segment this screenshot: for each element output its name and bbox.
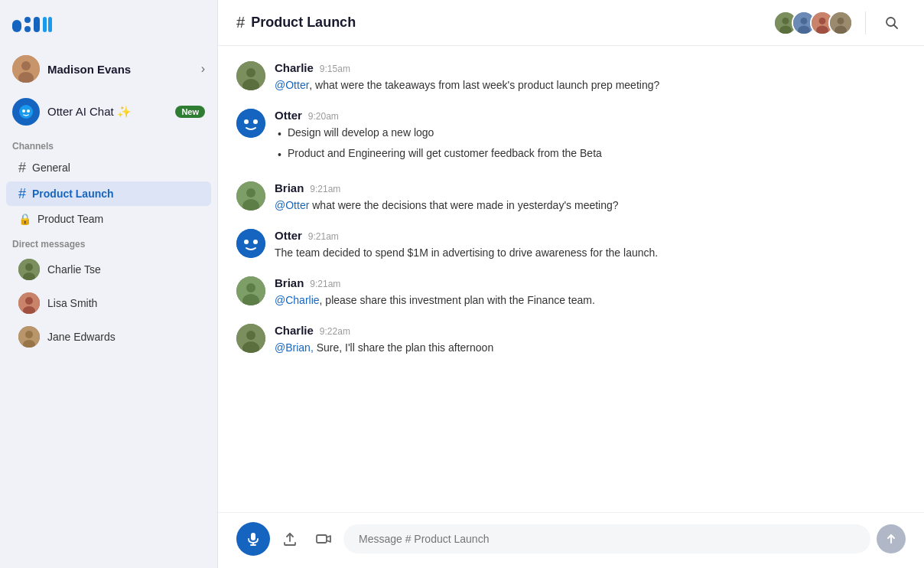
message-author: Otter — [275, 229, 302, 242]
svg-point-28 — [819, 18, 826, 24]
svg-point-23 — [779, 25, 792, 34]
dm-item-lisa[interactable]: Lisa Smith — [6, 287, 211, 319]
input-row — [236, 522, 906, 556]
avatar — [18, 292, 40, 314]
dm-item-charlie[interactable]: Charlie Tse — [6, 253, 211, 286]
channel-name: Product Team — [37, 213, 103, 225]
svg-point-29 — [816, 25, 828, 34]
svg-point-31 — [838, 18, 844, 24]
svg-point-11 — [27, 109, 30, 113]
svg-rect-4 — [43, 17, 47, 32]
message-author: Charlie — [275, 324, 314, 337]
message-row: Otter 9:21am The team decided to spend $… — [236, 229, 906, 261]
bullet-list: • Design will develop a new logo • Produ… — [278, 125, 906, 163]
lock-icon: 🔒 — [18, 213, 31, 225]
message-time: 9:22am — [320, 326, 350, 337]
avatar — [236, 181, 265, 211]
svg-point-40 — [253, 119, 258, 124]
avatar — [18, 259, 40, 280]
search-button[interactable] — [878, 9, 906, 37]
message-text: @Charlie, please share this investment p… — [275, 292, 906, 308]
message-author: Charlie — [275, 61, 314, 74]
sidebar-item-product-launch[interactable]: # Product Launch — [6, 181, 211, 206]
svg-point-10 — [22, 109, 25, 113]
message-input-area — [218, 512, 924, 568]
avatar — [236, 109, 265, 138]
sparkle-icon: ✨ — [117, 105, 132, 118]
page-title: Product Launch — [251, 15, 356, 31]
svg-point-25 — [801, 18, 808, 24]
message-text: @Otter what were the decisions that were… — [275, 197, 906, 214]
channels-section-label: Channels — [0, 133, 217, 155]
message-content: Brian 9:21am @Otter what were the decisi… — [275, 181, 906, 214]
message-header: Otter 9:20am — [275, 109, 906, 122]
svg-point-39 — [244, 119, 249, 124]
mention: @Otter — [275, 199, 309, 211]
user-profile[interactable]: Madison Evans › — [0, 49, 217, 92]
upload-button[interactable] — [276, 525, 304, 553]
app-logo — [0, 0, 217, 49]
svg-point-16 — [25, 297, 33, 305]
message-time: 9:21am — [308, 231, 339, 242]
microphone-button[interactable] — [236, 522, 270, 556]
message-row: Charlie 9:15am @Otter, what were the tak… — [236, 61, 906, 93]
svg-rect-3 — [34, 17, 40, 32]
message-content: Brian 9:21am @Charlie, please share this… — [275, 276, 906, 308]
bullet-dot: • — [278, 126, 281, 142]
avatar — [236, 276, 265, 305]
dm-section-label: Direct messages — [0, 231, 217, 253]
dm-name: Jane Edwards — [47, 331, 116, 343]
main-content: # Product Launch — [218, 0, 924, 568]
channel-name: General — [32, 162, 70, 174]
avatar — [12, 55, 40, 83]
message-author: Brian — [275, 181, 304, 194]
svg-rect-56 — [317, 535, 327, 543]
svg-point-32 — [835, 25, 847, 34]
message-content: Charlie 9:22am @Brian, Sure, I'll share … — [275, 324, 906, 356]
otter-ai-chat-item[interactable]: Otter AI Chat ✨ New — [0, 92, 217, 133]
otter-ai-icon — [12, 98, 40, 126]
svg-point-36 — [246, 68, 255, 77]
avatar — [828, 11, 853, 35]
message-header: Brian 9:21am — [275, 181, 906, 194]
message-row: Brian 9:21am @Otter what were the decisi… — [236, 181, 906, 214]
message-content: Charlie 9:15am @Otter, what were the tak… — [275, 61, 906, 93]
dm-item-jane[interactable]: Jane Edwards — [6, 321, 211, 353]
svg-point-22 — [782, 18, 789, 24]
svg-point-26 — [798, 25, 810, 34]
bullet-dot: • — [278, 147, 281, 163]
message-author: Otter — [275, 109, 302, 122]
svg-point-45 — [244, 240, 249, 244]
video-button[interactable] — [310, 525, 337, 553]
avatar — [236, 229, 265, 258]
member-avatars[interactable] — [773, 11, 853, 35]
message-time: 9:15am — [320, 64, 350, 74]
channel-name: Product Launch — [32, 188, 114, 200]
message-input[interactable] — [343, 524, 870, 553]
message-header: Charlie 9:22am — [275, 324, 906, 337]
svg-point-46 — [253, 240, 258, 244]
message-header: Charlie 9:15am — [275, 61, 906, 74]
svg-point-51 — [246, 331, 255, 340]
svg-point-48 — [246, 283, 255, 292]
user-name: Madison Evans — [47, 63, 194, 76]
list-item: • Product and Engineering will get custo… — [278, 145, 906, 163]
svg-rect-53 — [251, 533, 255, 540]
svg-point-13 — [25, 263, 33, 271]
sidebar-item-general[interactable]: # General — [6, 155, 211, 180]
channel-header: # Product Launch — [218, 0, 924, 46]
svg-point-9 — [19, 105, 33, 119]
header-title-area: # Product Launch — [236, 14, 356, 31]
message-text: @Brian, Sure, I'll share the plan this a… — [275, 340, 906, 356]
dm-name: Charlie Tse — [47, 263, 101, 276]
sidebar-item-product-team[interactable]: 🔒 Product Team — [6, 207, 211, 230]
new-badge: New — [175, 106, 205, 118]
hash-icon: # — [18, 161, 26, 175]
svg-rect-2 — [24, 26, 31, 32]
message-content: Otter 9:20am • Design will develop a new… — [275, 109, 906, 166]
messages-list: Charlie 9:15am @Otter, what were the tak… — [218, 46, 924, 512]
send-button[interactable] — [877, 524, 906, 553]
otter-ai-label: Otter AI Chat ✨ — [47, 105, 168, 119]
message-header: Otter 9:21am — [275, 229, 906, 242]
svg-line-34 — [894, 24, 898, 28]
